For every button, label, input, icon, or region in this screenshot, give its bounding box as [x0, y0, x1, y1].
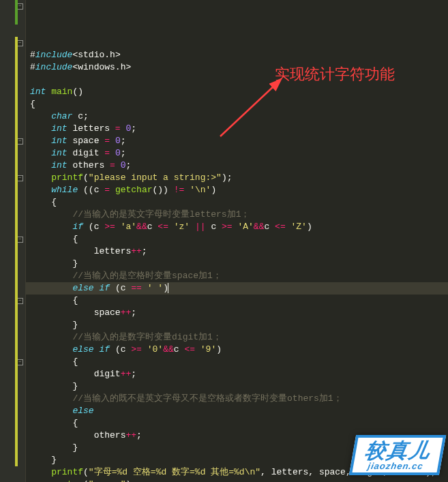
change-marker [15, 295, 18, 307]
change-marker [15, 430, 18, 442]
change-marker [15, 74, 18, 86]
code-line[interactable]: while ((c = getchar()) != '\n') [30, 184, 448, 196]
gutter-line: − [0, 172, 25, 184]
change-marker [15, 454, 18, 466]
gutter-line: − [0, 233, 25, 245]
fold-icon[interactable]: − [17, 138, 23, 145]
gutter-line [0, 454, 25, 466]
gutter-line [0, 209, 25, 221]
code-line[interactable]: else if (c >= '0'&&c <= '9') [30, 344, 448, 356]
code-line[interactable]: int digit = 0; [30, 147, 448, 160]
change-marker [15, 380, 18, 393]
gutter-line [0, 49, 25, 61]
fold-icon[interactable]: − [17, 40, 23, 46]
change-marker [15, 344, 18, 356]
fold-icon[interactable]: − [17, 359, 23, 365]
change-marker [15, 86, 18, 98]
code-line[interactable]: } [30, 380, 448, 393]
gutter-line [0, 245, 25, 258]
gutter-line [0, 405, 25, 417]
code-line[interactable]: else if (c == ' ') [26, 282, 448, 295]
gutter-line [0, 270, 25, 282]
fold-icon[interactable]: − [17, 298, 23, 304]
gutter-line [0, 430, 25, 442]
change-marker [15, 98, 18, 110]
change-marker [15, 37, 18, 49]
change-marker [15, 233, 18, 245]
annotation-text: 实现统计字符功能 [275, 68, 395, 80]
gutter-line [0, 344, 25, 356]
change-marker [15, 123, 18, 135]
gutter-line [0, 98, 25, 110]
gutter-line [0, 74, 25, 86]
code-line[interactable]: //当输入的是数字时变量digit加1； [30, 331, 448, 344]
gutter-line [0, 221, 25, 233]
code-line[interactable]: if (c >= 'a'&&c <= 'z' || c >= 'A'&&c <=… [30, 221, 448, 233]
code-line[interactable]: { [30, 295, 448, 307]
code-line[interactable]: //当输入的是英文字母时变量letters加1； [30, 209, 448, 221]
code-line[interactable]: } [30, 319, 448, 331]
code-line[interactable]: char c; [30, 110, 448, 123]
change-marker [15, 356, 18, 368]
code-line[interactable]: digit++; [30, 368, 448, 380]
change-marker [15, 209, 18, 221]
code-line[interactable]: space++; [30, 307, 448, 319]
change-marker [15, 307, 18, 319]
change-marker [15, 61, 18, 74]
gutter-line [0, 282, 25, 295]
gutter-line [0, 61, 25, 74]
gutter-line: − [0, 37, 25, 49]
gutter-line: − [0, 356, 25, 368]
gutter-line [0, 307, 25, 319]
code-line[interactable]: { [30, 98, 448, 110]
code-line[interactable]: //当输入的既不是英文字母又不是空格或者数字时变量others加1； [30, 393, 448, 405]
code-line[interactable]: #include<stdio.h> [30, 49, 448, 61]
code-line[interactable]: int others = 0; [30, 160, 448, 172]
change-marker [15, 270, 18, 282]
gutter-line [0, 380, 25, 393]
gutter-line: − [0, 295, 25, 307]
code-line[interactable]: system("pause"); [30, 479, 448, 482]
change-marker [15, 368, 18, 380]
gutter-line [0, 12, 25, 25]
fold-icon[interactable]: − [17, 237, 23, 243]
code-editor[interactable]: −−−−−−− 实现统计字符功能 #include<stdio.h>#inclu… [0, 0, 448, 482]
gutter-line [0, 110, 25, 123]
watermark-cn: 较真儿 [364, 440, 433, 461]
gutter: −−−−−−− [0, 0, 26, 482]
fold-icon[interactable]: − [17, 175, 23, 181]
gutter-line [0, 417, 25, 430]
code-line[interactable]: int letters = 0; [30, 123, 448, 135]
code-line[interactable]: { [30, 233, 448, 245]
code-line[interactable]: printf("please input a string:>"); [30, 172, 448, 184]
change-marker [15, 110, 18, 123]
code-line[interactable]: { [30, 417, 448, 430]
code-line[interactable]: //当输入的是空格时变量space加1； [30, 270, 448, 282]
code-line[interactable]: { [30, 356, 448, 368]
change-marker [15, 442, 18, 454]
change-marker [15, 258, 18, 270]
gutter-line [0, 319, 25, 331]
fold-icon[interactable]: − [17, 3, 23, 10]
code-line[interactable]: { [30, 196, 448, 209]
gutter-line [0, 196, 25, 209]
code-line[interactable]: letters++; [30, 245, 448, 258]
gutter-line [0, 184, 25, 196]
change-marker [15, 184, 18, 196]
change-marker [15, 196, 18, 209]
change-marker [15, 319, 18, 331]
change-marker [15, 135, 18, 147]
code-area[interactable]: 实现统计字符功能 #include<stdio.h>#include<windo… [26, 0, 448, 482]
change-marker [15, 160, 18, 172]
gutter-line [0, 331, 25, 344]
change-marker [15, 393, 18, 405]
code-line[interactable]: } [30, 258, 448, 270]
gutter-line [0, 25, 25, 37]
text-cursor [168, 283, 168, 293]
gutter-line: − [0, 135, 25, 147]
code-line[interactable]: else [30, 405, 448, 417]
code-line[interactable]: int main() [30, 86, 448, 98]
change-marker [15, 405, 18, 417]
change-marker [15, 172, 18, 184]
code-line[interactable]: int space = 0; [30, 135, 448, 147]
